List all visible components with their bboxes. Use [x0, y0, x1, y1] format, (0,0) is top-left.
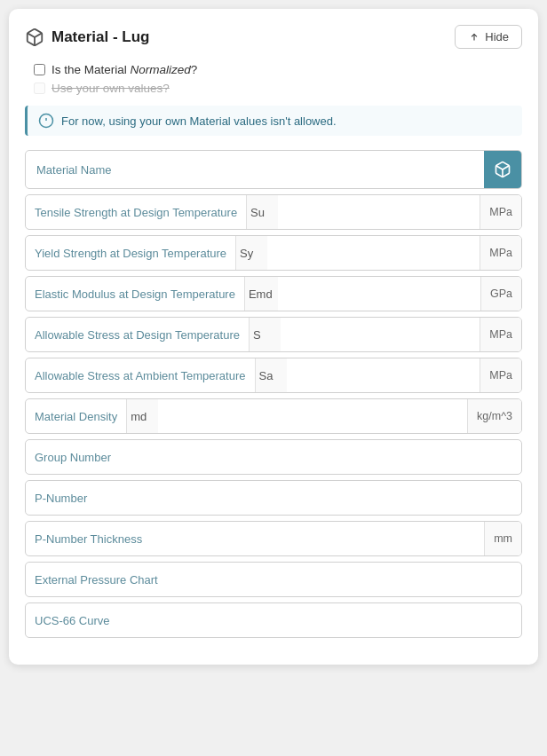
elastic-modulus-symbol: Emd [244, 277, 278, 311]
elastic-modulus-row: Elastic Modulus at Design Temperature Em… [25, 276, 522, 311]
elastic-modulus-input[interactable] [278, 277, 480, 311]
card-title: Material - Lug [25, 28, 150, 47]
material-search-button[interactable] [484, 151, 521, 188]
cube-search-icon [494, 161, 511, 178]
group-number-row: Group Number [25, 439, 522, 475]
group-number-input[interactable] [120, 440, 521, 474]
info-banner-text: For now, using your own Material values … [61, 114, 337, 128]
material-density-unit: kg/m^3 [467, 399, 521, 433]
group-number-label: Group Number [26, 451, 120, 464]
p-number-thickness-row: P-Number Thickness mm [25, 521, 522, 556]
own-values-label-text: Use your own values? [52, 82, 170, 95]
allowable-stress-ambient-label: Allowable Stress at Ambient Temperature [26, 369, 255, 382]
tensile-strength-symbol: Su [246, 195, 278, 229]
tensile-strength-label: Tensile Strength at Design Temperature [26, 206, 246, 219]
ucs-66-curve-input[interactable] [119, 603, 521, 637]
normalized-label-text: Is the Material Normalized? [52, 63, 197, 76]
card-header: Material - Lug Hide [25, 25, 522, 49]
yield-strength-symbol: Sy [235, 236, 267, 270]
external-pressure-chart-row: External Pressure Chart [25, 562, 522, 597]
material-density-label: Material Density [26, 410, 126, 423]
material-card: Material - Lug Hide Is the Material Norm… [9, 9, 538, 665]
allowable-stress-ambient-input[interactable] [287, 358, 480, 392]
yield-strength-row: Yield Strength at Design Temperature Sy … [25, 235, 522, 271]
tensile-strength-unit: MPa [480, 195, 521, 229]
upload-icon [468, 31, 480, 43]
p-number-thickness-input[interactable] [151, 522, 484, 555]
ucs-66-curve-row: UCS-66 Curve [25, 602, 522, 638]
material-name-row: Material Name [25, 150, 522, 189]
normalized-checkbox[interactable] [34, 64, 45, 75]
card-title-text: Material - Lug [52, 28, 150, 46]
checkboxes-section: Is the Material Normalized? Use your own… [25, 63, 522, 95]
yield-strength-label: Yield Strength at Design Temperature [26, 247, 235, 260]
info-banner: For now, using your own Material values … [25, 106, 522, 136]
p-number-thickness-unit: mm [484, 522, 521, 555]
hide-button-label: Hide [485, 30, 509, 43]
allowable-stress-design-label: Allowable Stress at Design Temperature [26, 328, 249, 342]
material-density-symbol: md [126, 399, 158, 433]
normalized-checkbox-row[interactable]: Is the Material Normalized? [34, 63, 522, 76]
allowable-stress-ambient-row: Allowable Stress at Ambient Temperature … [25, 358, 522, 393]
ucs-66-curve-label: UCS-66 Curve [26, 614, 119, 627]
allowable-stress-design-row: Allowable Stress at Design Temperature S… [25, 317, 522, 352]
info-icon [38, 113, 54, 129]
cube-icon [25, 28, 44, 47]
material-density-row: Material Density md kg/m^3 [25, 398, 522, 434]
own-values-checkbox-row[interactable]: Use your own values? [34, 82, 522, 95]
elastic-modulus-label: Elastic Modulus at Design Temperature [26, 287, 244, 301]
allowable-stress-design-unit: MPa [480, 318, 521, 351]
p-number-row: P-Number [25, 480, 522, 516]
material-name-input[interactable] [123, 151, 484, 188]
p-number-label: P-Number [26, 492, 96, 505]
material-name-label: Material Name [26, 163, 123, 177]
yield-strength-input[interactable] [267, 236, 480, 270]
elastic-modulus-unit: GPa [480, 277, 521, 311]
allowable-stress-ambient-symbol: Sa [255, 358, 287, 392]
allowable-stress-ambient-unit: MPa [480, 358, 521, 392]
external-pressure-chart-label: External Pressure Chart [26, 573, 167, 587]
yield-strength-unit: MPa [480, 236, 521, 270]
tensile-strength-row: Tensile Strength at Design Temperature S… [25, 194, 522, 230]
tensile-strength-input[interactable] [278, 195, 480, 229]
p-number-input[interactable] [96, 481, 521, 515]
allowable-stress-design-symbol: S [249, 318, 281, 351]
hide-button[interactable]: Hide [455, 25, 522, 49]
material-density-input[interactable] [158, 399, 467, 433]
allowable-stress-design-input[interactable] [281, 318, 480, 351]
p-number-thickness-label: P-Number Thickness [26, 532, 151, 546]
external-pressure-chart-input[interactable] [167, 563, 521, 596]
own-values-checkbox[interactable] [34, 83, 45, 94]
